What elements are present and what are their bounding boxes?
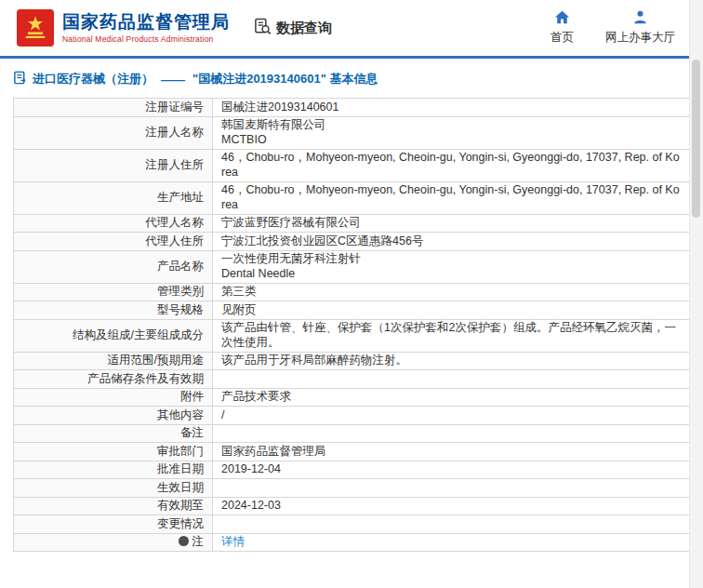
nav-hall-label: 网上办事大厅 bbox=[605, 30, 675, 46]
row-value-text: 第三类 bbox=[221, 285, 257, 298]
table-row: 产品名称一次性使用无菌牙科注射针 Dental Needle bbox=[14, 250, 690, 283]
row-label: 其他内容 bbox=[14, 407, 213, 425]
row-label: 变更情况 bbox=[14, 515, 213, 534]
row-label: 注册人住所 bbox=[14, 149, 213, 181]
row-value-text: 产品技术要求 bbox=[221, 390, 291, 403]
row-label-text: 适用范围/预期用途 bbox=[108, 354, 204, 367]
table-row: 变更情况 bbox=[14, 515, 690, 534]
row-label: 生效日期 bbox=[14, 479, 213, 498]
row-label-text: 注册人名称 bbox=[146, 126, 205, 139]
table-row: 审批部门国家药品监督管理局 bbox=[14, 443, 690, 461]
row-value-text: 国家药品监督管理局 bbox=[221, 445, 326, 458]
nav-service-hall[interactable]: 网上办事大厅 bbox=[605, 10, 675, 46]
row-label-text: 生效日期 bbox=[157, 481, 204, 494]
row-value: 2024-12-03 bbox=[213, 497, 690, 515]
page: 国家药品监督管理局 National Medical Products Admi… bbox=[0, 0, 703, 552]
nav-home-label: 首页 bbox=[550, 30, 574, 46]
row-value: 46，Chobu-ro，Mohyeon-myeon, Cheoin-gu, Yo… bbox=[213, 149, 690, 181]
row-value: 见附页 bbox=[213, 301, 690, 320]
row-label-text: 批准日期 bbox=[157, 462, 204, 475]
header-divider bbox=[0, 56, 703, 59]
data-query-label: 数据查询 bbox=[276, 20, 332, 37]
row-label-text: 变更情况 bbox=[157, 517, 204, 530]
row-label: 注册证编号 bbox=[14, 99, 213, 117]
row-label-text: 型号规格 bbox=[157, 303, 204, 316]
note-circle-icon bbox=[179, 536, 189, 546]
table-row: 管理类别第三类 bbox=[14, 283, 690, 301]
org-name-en: National Medical Products Administration bbox=[62, 34, 230, 44]
table-row: 生产地址46，Chobu-ro，Mohyeon-myeon, Cheoin-gu… bbox=[14, 181, 690, 214]
row-value bbox=[213, 515, 690, 534]
table-row: 代理人名称宁波蓝野医疗器械有限公司 bbox=[14, 214, 690, 233]
row-label-text: 生产地址 bbox=[157, 191, 204, 204]
row-value: 宁波蓝野医疗器械有限公司 bbox=[213, 214, 690, 233]
info-table: 注册证编号国械注进20193140601注册人名称韩国麦斯特有限公司 MCTBI… bbox=[13, 98, 690, 552]
row-label-text: 附件 bbox=[180, 390, 204, 403]
row-label: 适用范围/预期用途 bbox=[14, 352, 213, 370]
row-label: 型号规格 bbox=[14, 301, 213, 320]
row-value: / bbox=[213, 407, 690, 425]
row-value: 2019-12-04 bbox=[213, 461, 690, 479]
table-row: 注册人住所46，Chobu-ro，Mohyeon-myeon, Cheoin-g… bbox=[14, 149, 690, 181]
row-label-text: 管理类别 bbox=[157, 285, 204, 298]
row-value bbox=[213, 424, 690, 443]
row-label: 注 bbox=[14, 533, 213, 552]
data-query-title: 数据查询 bbox=[254, 18, 332, 38]
table-row: 型号规格见附页 bbox=[14, 301, 690, 320]
org-name-cn: 国家药品监督管理局 bbox=[62, 12, 230, 33]
table-row: 注详情 bbox=[14, 533, 690, 552]
row-value: 该产品用于牙科局部麻醉药物注射。 bbox=[213, 352, 690, 370]
table-row: 产品储存条件及有效期 bbox=[14, 370, 690, 389]
site-header: 国家药品监督管理局 National Medical Products Admi… bbox=[0, 0, 703, 56]
row-value: 宁波江北投资创业园区C区通惠路456号 bbox=[213, 233, 690, 251]
national-emblem-logo bbox=[17, 9, 54, 47]
nav-home[interactable]: 首页 bbox=[550, 10, 574, 46]
detail-link[interactable]: 详情 bbox=[221, 535, 245, 548]
row-value: 国家药品监督管理局 bbox=[213, 443, 690, 461]
scrollbar[interactable] bbox=[689, 0, 703, 588]
row-value: 该产品由针管、针座、保护套（1次保护套和2次保护套）组成。产品经环氧乙烷灭菌，一… bbox=[213, 319, 690, 352]
info-table-body: 注册证编号国械注进20193140601注册人名称韩国麦斯特有限公司 MCTBI… bbox=[14, 99, 690, 552]
table-row: 代理人住所宁波江北投资创业园区C区通惠路456号 bbox=[14, 233, 690, 251]
row-value: 详情 bbox=[213, 533, 690, 552]
table-row: 备注 bbox=[14, 424, 690, 443]
document-icon bbox=[13, 71, 27, 87]
row-value-text: 该产品用于牙科局部麻醉药物注射。 bbox=[221, 354, 407, 367]
row-value: 46，Chobu-ro，Mohyeon-myeon, Cheoin-gu, Yo… bbox=[213, 181, 690, 214]
row-value-text: / bbox=[221, 408, 224, 421]
row-label-text: 备注 bbox=[180, 426, 204, 439]
row-label: 代理人住所 bbox=[14, 233, 213, 251]
breadcrumb: 进口医疗器械（注册） —— "国械注进20193140601" 基本信息 bbox=[13, 71, 690, 87]
row-label-text: 产品储存条件及有效期 bbox=[87, 372, 204, 385]
breadcrumb-separator: —— bbox=[161, 73, 185, 87]
row-value-text: 2019-12-04 bbox=[221, 462, 281, 475]
row-label: 注册人名称 bbox=[14, 116, 213, 149]
row-value bbox=[213, 479, 690, 498]
row-value-text: 2024-12-03 bbox=[221, 499, 281, 512]
row-value: 韩国麦斯特有限公司 MCTBIO bbox=[213, 116, 690, 149]
table-row: 注册证编号国械注进20193140601 bbox=[14, 99, 690, 117]
table-row: 结构及组成/主要组成成分该产品由针管、针座、保护套（1次保护套和2次保护套）组成… bbox=[14, 319, 690, 352]
row-label-text: 代理人名称 bbox=[146, 216, 205, 229]
home-icon bbox=[554, 10, 570, 27]
data-query-search-icon bbox=[254, 18, 272, 38]
scrollbar-thumb[interactable] bbox=[692, 60, 700, 218]
row-label: 产品名称 bbox=[14, 250, 213, 283]
row-label-text: 产品名称 bbox=[157, 260, 204, 273]
row-label: 生产地址 bbox=[14, 181, 213, 214]
row-value-text: 该产品由针管、针座、保护套（1次保护套和2次保护套）组成。产品经环氧乙烷灭菌，一… bbox=[221, 321, 676, 349]
breadcrumb-category[interactable]: 进口医疗器械（注册） bbox=[33, 71, 153, 87]
table-row: 有效期至2024-12-03 bbox=[14, 497, 690, 515]
row-value: 产品技术要求 bbox=[213, 388, 690, 407]
table-row: 其他内容/ bbox=[14, 407, 690, 425]
breadcrumb-detail: "国械注进20193140601" 基本信息 bbox=[192, 71, 378, 87]
row-label: 审批部门 bbox=[14, 443, 213, 461]
table-row: 注册人名称韩国麦斯特有限公司 MCTBIO bbox=[14, 116, 690, 149]
row-label: 批准日期 bbox=[14, 461, 213, 479]
row-value: 国械注进20193140601 bbox=[213, 99, 690, 117]
person-icon bbox=[632, 10, 648, 27]
table-row: 生效日期 bbox=[14, 479, 690, 498]
row-label: 结构及组成/主要组成成分 bbox=[14, 319, 213, 352]
row-label: 产品储存条件及有效期 bbox=[14, 370, 213, 389]
row-value: 一次性使用无菌牙科注射针 Dental Needle bbox=[213, 250, 690, 283]
